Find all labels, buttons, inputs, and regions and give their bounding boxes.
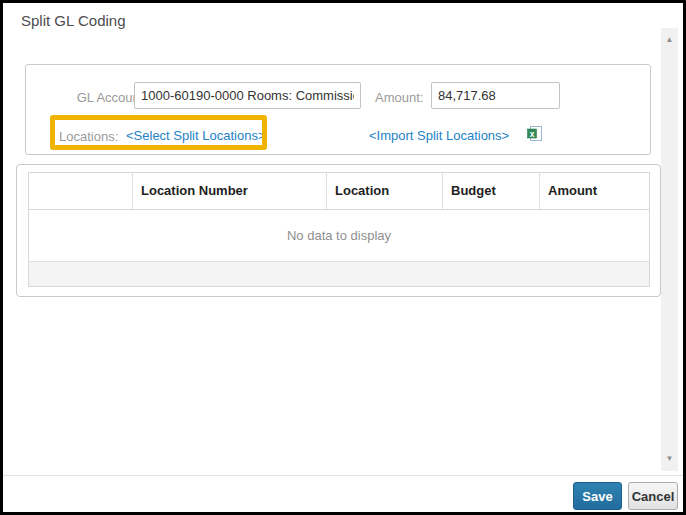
column-header-blank[interactable] (29, 173, 133, 209)
import-split-locations-link[interactable]: <Import Split Locations> (369, 128, 509, 143)
gl-account-input[interactable] (134, 82, 361, 109)
vertical-scrollbar[interactable]: ▲ ▼ (661, 28, 678, 471)
scroll-up-icon[interactable]: ▲ (661, 32, 678, 48)
footer-divider (3, 475, 683, 476)
select-split-locations-link[interactable]: <Select Split Locations> (126, 128, 265, 143)
gl-coding-form-panel: GL Account: Amount: Locations: <Select S… (25, 64, 651, 155)
cancel-button[interactable]: Cancel (628, 482, 678, 510)
gl-account-label: GL Account: (45, 90, 147, 105)
column-header-location-number[interactable]: Location Number (133, 173, 327, 209)
grid-header-row: Location Number Location Budget Amount (29, 173, 649, 210)
amount-input[interactable] (431, 82, 560, 109)
column-header-location[interactable]: Location (327, 173, 443, 209)
grid-footer-bar (29, 261, 649, 286)
scroll-down-icon[interactable]: ▼ (661, 451, 678, 467)
column-header-amount[interactable]: Amount (540, 173, 649, 209)
save-button[interactable]: Save (573, 482, 622, 510)
excel-icon[interactable]: x (527, 125, 543, 142)
column-header-budget[interactable]: Budget (443, 173, 540, 209)
page-title: Split GL Coding (21, 12, 126, 29)
amount-label: Amount: (375, 90, 423, 105)
locations-label: Locations: (59, 129, 118, 144)
grid-empty-message: No data to display (29, 210, 649, 261)
split-locations-grid-panel: Location Number Location Budget Amount N… (16, 164, 661, 297)
split-locations-grid: Location Number Location Budget Amount N… (28, 172, 650, 287)
split-gl-coding-dialog: Split GL Coding ▲ ▼ GL Account: Amount: … (0, 0, 686, 515)
svg-text:x: x (530, 129, 535, 139)
